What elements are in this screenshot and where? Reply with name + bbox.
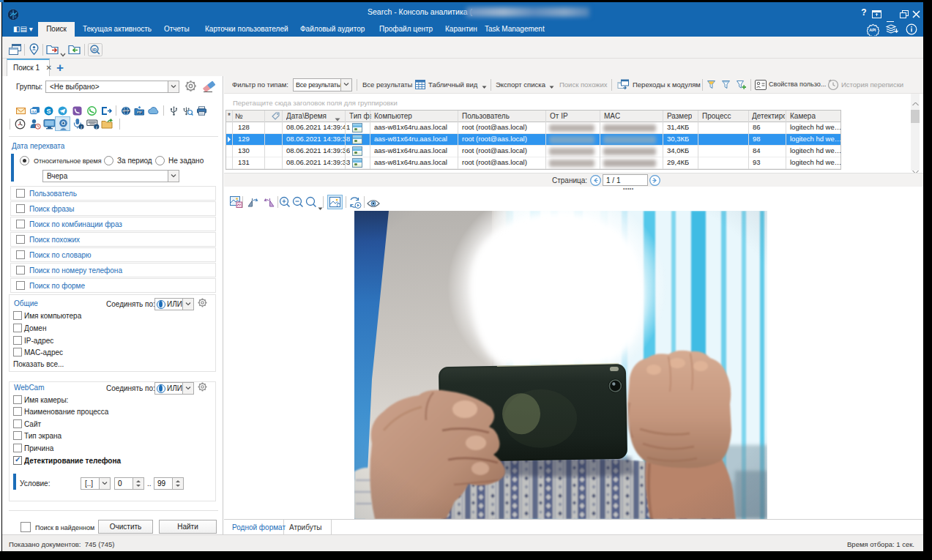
svg-text:ID: ID [92,48,97,52]
svg-text:FTP: FTP [137,111,142,114]
svg-text:i: i [81,124,82,130]
svg-text:HTTP: HTTP [122,110,130,113]
svg-text:IM: IM [31,110,37,114]
svg-text:i: i [96,124,97,130]
svg-text:API: API [869,28,876,32]
svg-text:S: S [47,108,51,115]
